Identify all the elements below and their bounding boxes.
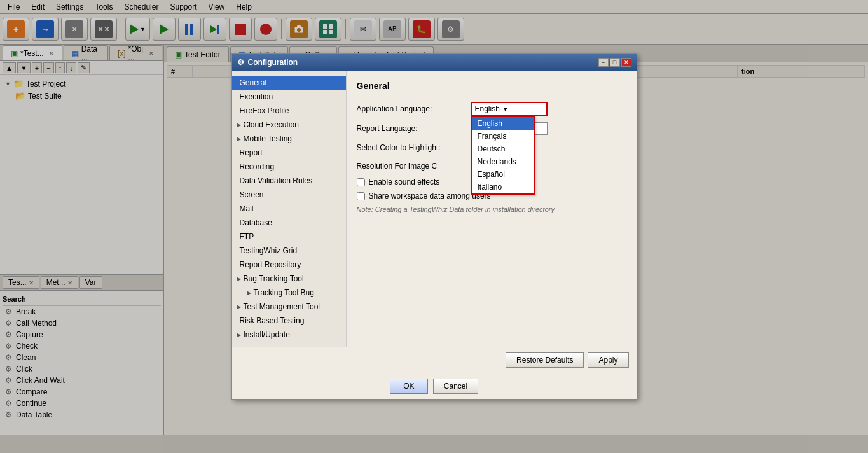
modal-title: ⚙ Configuration xyxy=(237,58,298,67)
app-language-label: Application Language: xyxy=(357,104,471,113)
install-expand-icon: ▶ xyxy=(237,332,241,338)
modal-ok-cancel-row: OK Cancel xyxy=(232,373,637,399)
sidebar-cloud[interactable]: ▶ Cloud Execution xyxy=(232,118,346,132)
sidebar-testingwhiz[interactable]: TestingWhiz Grid xyxy=(232,244,346,258)
sidebar-testmgmt[interactable]: ▶ Test Management Tool xyxy=(232,300,346,314)
cloud-expand-icon: ▶ xyxy=(237,122,241,128)
sidebar-mail[interactable]: Mail xyxy=(232,202,346,216)
lang-nederlands[interactable]: Nederlands xyxy=(472,155,534,168)
sidebar-ftp[interactable]: FTP xyxy=(232,230,346,244)
modal-overlay: ⚙ Configuration − □ ✕ General Execution … xyxy=(0,0,868,453)
modal-body: General Execution FireFox Profile ▶ Clou… xyxy=(232,71,637,347)
enable-sound-label: Enable sound effects xyxy=(369,178,440,186)
resolution-label: Resolution For Image C xyxy=(357,162,471,171)
sidebar-bugtracking[interactable]: ▶ Bug Tracking Tool xyxy=(232,272,346,286)
modal-controls: − □ ✕ xyxy=(598,58,631,67)
sidebar-reportrepo[interactable]: Report Repository xyxy=(232,258,346,272)
sidebar-cloud-label: Cloud Execution xyxy=(244,120,299,129)
language-dropdown-popup[interactable]: English Français Deutsch Nederlands Espa… xyxy=(471,116,535,195)
sidebar-report[interactable]: Report xyxy=(232,146,346,160)
modal-title-icon: ⚙ xyxy=(237,58,244,67)
modal-close-btn[interactable]: ✕ xyxy=(621,58,631,67)
ok-button[interactable]: OK xyxy=(390,379,428,394)
sidebar-trackingbug[interactable]: ▶ Tracking Tool Bug xyxy=(232,286,346,300)
lang-espanol[interactable]: Español xyxy=(472,168,534,181)
modal-section-title: General xyxy=(357,81,626,94)
sidebar-trackingbug-label: Tracking Tool Bug xyxy=(254,288,314,297)
configuration-modal: ⚙ Configuration − □ ✕ General Execution … xyxy=(231,53,637,400)
lang-deutsch[interactable]: Deutsch xyxy=(472,143,534,155)
color-highlight-label: Select Color to Highlight: xyxy=(357,143,471,152)
report-language-label: Report Language: xyxy=(357,124,471,133)
app-language-arrow: ▼ xyxy=(502,106,509,113)
modal-footer: Restore Defaults Apply xyxy=(232,347,637,373)
app-language-row: Application Language: English ▼ English … xyxy=(357,102,626,116)
modal-minimize-btn[interactable]: − xyxy=(598,58,609,67)
mobile-expand-icon: ▶ xyxy=(237,136,241,142)
sidebar-riskbased[interactable]: Risk Based Testing xyxy=(232,314,346,328)
tracking-expand-icon: ▶ xyxy=(247,290,251,296)
lang-italiano[interactable]: Italiano xyxy=(472,181,534,193)
sidebar-recording[interactable]: Recording xyxy=(232,160,346,174)
sidebar-install-label: Install/Update xyxy=(244,330,290,339)
lang-english[interactable]: English xyxy=(472,117,534,130)
sidebar-datavalidation[interactable]: Data Validation Rules xyxy=(232,174,346,188)
sidebar-mobile-label: Mobile Testing xyxy=(244,134,293,143)
sidebar-testmgmt-label: Test Management Tool xyxy=(244,302,320,311)
modal-maximize-btn[interactable]: □ xyxy=(610,58,620,67)
note-text: Note: Creating a TestingWhiz Data folder… xyxy=(357,206,626,213)
modal-main-content: General Application Language: English ▼ xyxy=(347,71,637,347)
app-language-dropdown[interactable]: English ▼ xyxy=(471,102,548,116)
cancel-button[interactable]: Cancel xyxy=(433,379,478,394)
app-language-control: English ▼ English Français Deutsch Neder… xyxy=(471,102,548,116)
sidebar-execution[interactable]: Execution xyxy=(232,90,346,104)
lang-francais[interactable]: Français xyxy=(472,130,534,143)
sidebar-bugtracking-label: Bug Tracking Tool xyxy=(244,274,304,283)
modal-title-text: Configuration xyxy=(248,58,298,67)
sidebar-screen[interactable]: Screen xyxy=(232,188,346,202)
footer-right: Restore Defaults Apply xyxy=(506,352,628,368)
sidebar-mobile[interactable]: ▶ Mobile Testing xyxy=(232,132,346,146)
sidebar-install[interactable]: ▶ Install/Update xyxy=(232,328,346,342)
bug-expand-icon: ▶ xyxy=(237,276,241,282)
apply-button[interactable]: Apply xyxy=(588,352,628,368)
sidebar-database[interactable]: Database xyxy=(232,216,346,230)
modal-titlebar: ⚙ Configuration − □ ✕ xyxy=(232,54,637,71)
testmgmt-expand-icon: ▶ xyxy=(237,304,241,310)
app-language-value: English xyxy=(475,104,500,113)
modal-sidebar: General Execution FireFox Profile ▶ Clou… xyxy=(232,71,347,347)
sidebar-firefox[interactable]: FireFox Profile xyxy=(232,104,346,118)
enable-sound-checkbox[interactable] xyxy=(357,178,365,186)
share-workspace-checkbox[interactable] xyxy=(357,192,365,200)
app-language-dropdown-wrapper: English ▼ English Français Deutsch Neder… xyxy=(471,102,548,116)
restore-defaults-button[interactable]: Restore Defaults xyxy=(506,352,584,368)
sidebar-general[interactable]: General xyxy=(232,76,346,90)
